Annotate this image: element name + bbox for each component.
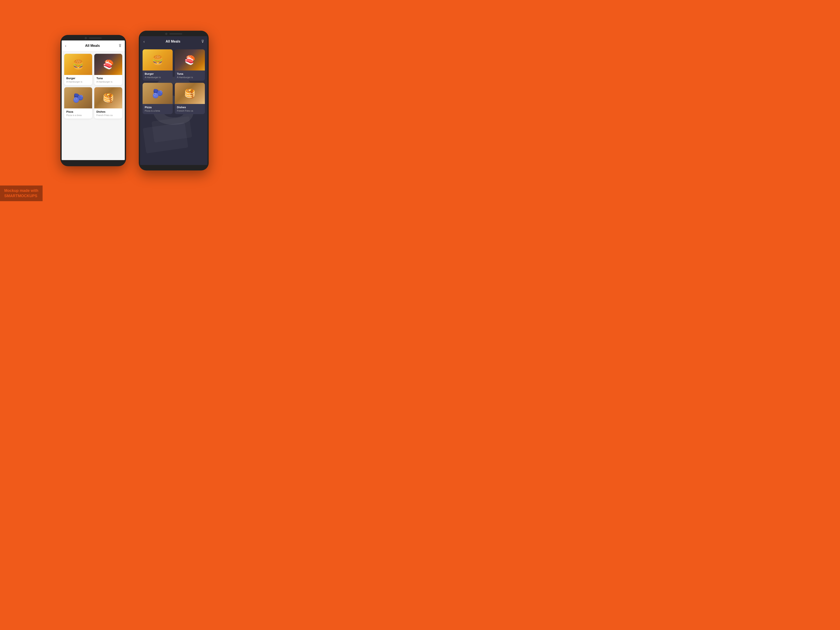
pizza-image-dark: 🫐: [142, 83, 173, 104]
camera-dot-dark: [165, 33, 167, 35]
empty-area-light: [62, 121, 125, 160]
meal-card-burger-light[interactable]: 🍔 Burger A Hamburger is: [64, 54, 92, 85]
meals-grid-dark: 🍔 Burger A Hamburger is 🍣 Tuna A Hamburg…: [140, 47, 207, 117]
speaker-bar-light: [89, 38, 102, 39]
phone-top-bar-light: [60, 35, 126, 41]
pizza-info-dark: Pizza Pizza is a brea: [142, 104, 173, 114]
back-button-dark[interactable]: ‹: [144, 39, 145, 44]
tuna-desc-dark: A Hamburger is: [177, 76, 203, 79]
pizza-image-light: 🫐: [64, 87, 92, 109]
pizza-title-dark: Pizza: [145, 106, 171, 109]
meal-card-tuna-dark[interactable]: 🍣 Tuna A Hamburger is: [175, 49, 205, 81]
burger-desc-light: A Hamburger is: [66, 80, 90, 83]
meal-card-dishes-dark[interactable]: 🥞 Dishes French Fries ca: [175, 83, 205, 114]
dishes-image-light: 🥞: [94, 87, 122, 109]
speaker-bar-dark: [169, 33, 182, 35]
page-title-light: All Meals: [85, 44, 100, 48]
tuna-title-light: Tuna: [96, 77, 120, 80]
burger-title-dark: Burger: [145, 72, 171, 76]
tuna-info-light: Tuna A Hamburger is: [94, 75, 122, 85]
meal-card-tuna-light[interactable]: 🍣 Tuna A Hamburger is: [94, 54, 122, 85]
filter-button-light[interactable]: ⊽: [118, 43, 122, 48]
burger-image-light: 🍔: [64, 54, 92, 75]
dishes-image-dark: 🥞: [175, 83, 205, 104]
tuna-desc-light: A Hamburger is: [96, 80, 120, 83]
tuna-info-dark: Tuna A Hamburger is: [175, 71, 205, 81]
filter-button-dark[interactable]: ⊽: [201, 39, 204, 44]
watermark-text: Mockup made with SMARTMOCKUPS: [0, 186, 43, 201]
back-button-light[interactable]: ‹: [65, 44, 66, 48]
pizza-info-light: Pizza Pizza is a brea: [64, 109, 92, 118]
pizza-desc-dark: Pizza is a brea: [145, 109, 171, 112]
meal-card-pizza-dark[interactable]: 🫐 Pizza Pizza is a brea: [142, 83, 173, 114]
phone-screen-light: ‹ All Meals ⊽ 🍔 Burger A Hamburger is: [62, 41, 125, 160]
burger-title-light: Burger: [66, 77, 90, 80]
burger-desc-dark: A Hamburger is: [145, 76, 171, 79]
page-title-dark: All Meals: [166, 39, 180, 43]
app-header-dark: ‹ All Meals ⊽: [140, 36, 207, 47]
burger-info-light: Burger A Hamburger is: [64, 75, 92, 85]
meal-card-dishes-light[interactable]: 🥞 Dishes French Fries ca: [94, 87, 122, 118]
tuna-title-dark: Tuna: [177, 72, 203, 76]
empty-area-dark: [140, 117, 207, 165]
burger-info-dark: Burger A Hamburger is: [142, 71, 173, 81]
phone-dark: S ‹ All Meals ⊽ 🍔 Burger A Hamburger is: [139, 31, 209, 170]
dishes-desc-light: French Fries ca: [96, 114, 120, 117]
burger-image-dark: 🍔: [142, 49, 173, 71]
phone-screen-dark: S ‹ All Meals ⊽ 🍔 Burger A Hamburger is: [140, 36, 207, 165]
dishes-title-light: Dishes: [96, 110, 120, 113]
tuna-image-dark: 🍣: [175, 49, 205, 71]
dishes-title-dark: Dishes: [177, 106, 203, 109]
pizza-desc-light: Pizza is a brea: [66, 114, 90, 117]
meal-card-pizza-light[interactable]: 🫐 Pizza Pizza is a brea: [64, 87, 92, 118]
tuna-image-light: 🍣: [94, 54, 122, 75]
meal-card-burger-dark[interactable]: 🍔 Burger A Hamburger is: [142, 49, 173, 81]
camera-dot-light: [85, 37, 87, 39]
app-header-light: ‹ All Meals ⊽: [62, 41, 125, 51]
dishes-info-dark: Dishes French Fries ca: [175, 104, 205, 114]
pizza-title-light: Pizza: [66, 110, 90, 113]
phone-top-bar-dark: [139, 31, 209, 36]
phones-container: ‹ All Meals ⊽ 🍔 Burger A Hamburger is: [60, 31, 209, 170]
meals-grid-light: 🍔 Burger A Hamburger is 🍣 Tuna A Hamburg…: [62, 51, 125, 121]
phone-light: ‹ All Meals ⊽ 🍔 Burger A Hamburger is: [60, 35, 126, 166]
dishes-info-light: Dishes French Fries ca: [94, 109, 122, 118]
dishes-desc-dark: French Fries ca: [177, 109, 203, 112]
